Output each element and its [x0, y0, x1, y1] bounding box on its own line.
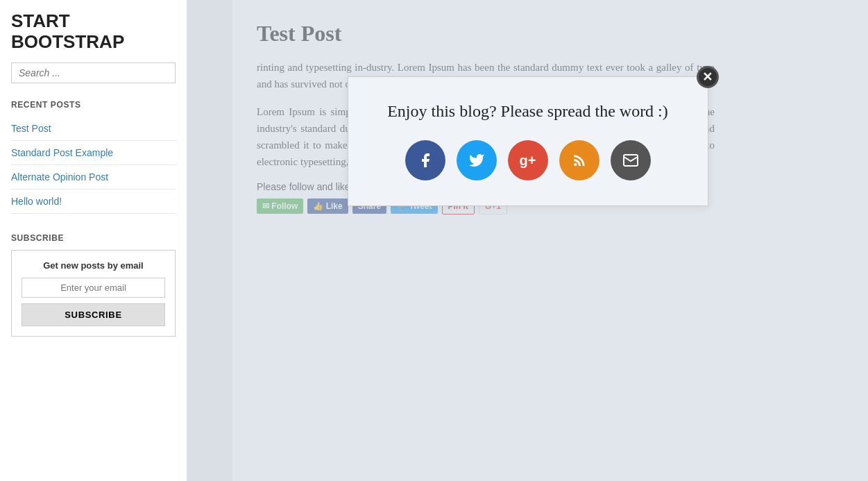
popup-social-icons: g+: [383, 140, 673, 180]
popup-message: Enjoy this blog? Please spread the word …: [383, 102, 673, 121]
recent-posts-list: Test Post Standard Post Example Alternat…: [11, 117, 176, 214]
email-field[interactable]: [22, 278, 165, 298]
subscribe-button[interactable]: SUBSCRIBE: [22, 303, 165, 326]
recent-posts-heading: RECENT POSTS: [11, 100, 176, 110]
share-popup: ✕ Enjoy this blog? Please spread the wor…: [348, 76, 708, 206]
list-item: Test Post: [11, 117, 176, 141]
main-content: Test Post rinting and typesetting in-dus…: [187, 0, 868, 481]
facebook-icon[interactable]: [405, 140, 445, 180]
site-title: START BOOTSTRAP: [11, 11, 176, 53]
close-button[interactable]: ✕: [697, 66, 719, 88]
post-link-standard[interactable]: Standard Post Example: [11, 147, 113, 158]
svg-point-0: [574, 163, 577, 166]
google-plus-icon[interactable]: g+: [508, 140, 548, 180]
subscribe-heading: SUBSCRIBE: [11, 233, 176, 243]
subscribe-box: Get new posts by email SUBSCRIBE: [11, 250, 176, 337]
list-item: Alternate Opinion Post: [11, 165, 176, 189]
list-item: Standard Post Example: [11, 141, 176, 165]
subscribe-section: SUBSCRIBE Get new posts by email SUBSCRI…: [11, 233, 176, 337]
twitter-icon[interactable]: [457, 140, 497, 180]
post-link-alternate[interactable]: Alternate Opinion Post: [11, 171, 108, 183]
get-email-label: Get new posts by email: [22, 260, 165, 271]
search-input[interactable]: [11, 62, 176, 83]
email-icon[interactable]: [611, 140, 651, 180]
post-link-test[interactable]: Test Post: [11, 123, 51, 134]
post-link-hello[interactable]: Hello world!: [11, 196, 62, 207]
overlay-backdrop: ✕ Enjoy this blog? Please spread the wor…: [187, 0, 868, 481]
sidebar: START BOOTSTRAP RECENT POSTS Test Post S…: [0, 0, 187, 481]
list-item: Hello world!: [11, 189, 176, 214]
rss-icon[interactable]: [559, 140, 599, 180]
